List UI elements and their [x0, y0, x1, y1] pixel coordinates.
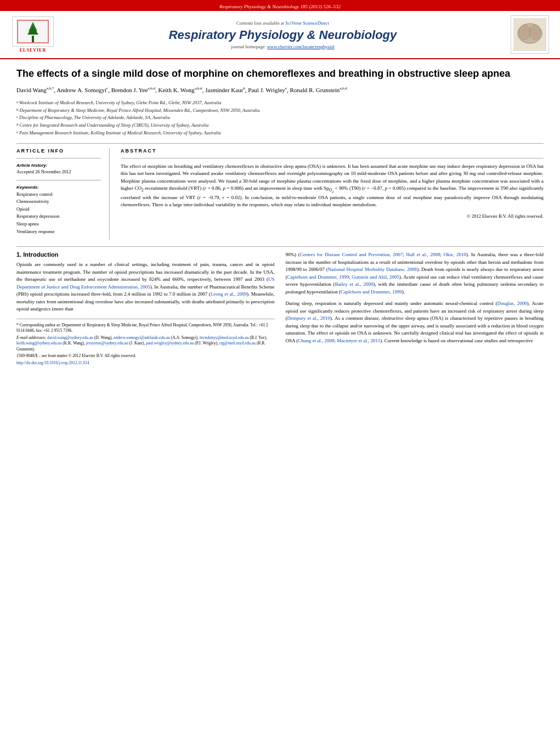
intro-heading: 1. Introduction	[16, 251, 275, 258]
elsevier-label: ELSEVIER	[20, 48, 46, 53]
article-history: Article history: Accepted 26 November 20…	[16, 163, 101, 176]
journal-homepage: journal homepage: www.elsevier.com/locat…	[66, 44, 500, 49]
ref-hall[interactable]: Hall et al., 2008	[406, 252, 440, 257]
header-center: Contents lists available at SciVerse Sci…	[55, 20, 511, 49]
affil-b: b Department of Respiratory & Sleep Medi…	[16, 107, 544, 114]
keyword-4: Respiratory depression	[16, 213, 101, 220]
ref-bailey[interactable]: Bailey et al., 2000	[335, 281, 373, 287]
abstract-text: The effect of morphine on breathing and …	[121, 163, 544, 209]
affiliations: a Woolcock Institute of Medical Research…	[16, 99, 544, 137]
intro-text-col2: 90%) (Centres for Disease Control and Pr…	[286, 251, 544, 296]
keyword-2: Chemosensitivity	[16, 198, 101, 206]
main-content: The effects of a single mild dose of mor…	[0, 59, 560, 378]
email-yee[interactable]: brendonyy@med.usyd.edu.au	[200, 335, 249, 340]
from-word: from	[534, 259, 544, 265]
svg-point-8	[530, 25, 541, 40]
article-title: The effects of a single mild dose of mor…	[16, 67, 544, 80]
abstract-column: ABSTRACT The effect of morphine on breat…	[121, 148, 544, 240]
doi-link[interactable]: http://dx.doi.org/10.1016/j.resp.2012.11…	[16, 360, 89, 365]
keywords-divider	[16, 180, 101, 180]
homepage-label: journal homepage:	[231, 44, 267, 49]
keyword-1: Respiratory control	[16, 191, 101, 199]
intro-body: 1. Introduction Opioids are commonly use…	[16, 251, 544, 367]
ref-dempsey[interactable]: Dempsey et al., 2010	[287, 315, 331, 321]
keywords-label: Keywords:	[16, 185, 101, 190]
email-wong[interactable]: keith.wang@sydney.edu.au	[16, 341, 61, 346]
brain-logo	[511, 15, 549, 54]
affil-e: e Pain Management Research Institute, Ko…	[16, 129, 544, 137]
ref-cdc[interactable]: Centres for Disease Control and Preventi…	[300, 252, 403, 257]
svg-point-7	[519, 25, 530, 40]
ref-usdoj[interactable]: US Department of Justice and Drug Enforc…	[16, 276, 275, 290]
journal-top-bar: Respiratory Physiology & Neurobiology 18…	[0, 2, 560, 11]
body-col-right: 90%) (Centres for Disease Control and Pr…	[286, 251, 544, 367]
ref-leong[interactable]: Leong et al., 2009	[211, 291, 247, 297]
ref-douglas[interactable]: Douglas, 2000	[497, 301, 527, 306]
abstract-divider	[121, 158, 544, 159]
footnote-issn: 1569-9048/$ – see front matter © 2012 El…	[16, 353, 275, 359]
authors-line: David Wanga,b,*, Andrew A. Somogyic, Bre…	[16, 86, 544, 95]
affil-d: d Centre for Integrated Research and Und…	[16, 122, 544, 129]
article-info-abstract-section: ARTICLE INFO Article history: Accepted 2…	[16, 148, 544, 240]
elsevier-logo: ELSEVIER	[11, 16, 55, 53]
copyright-line: © 2012 Elsevier B.V. All rights reserved…	[121, 213, 544, 219]
keywords-list: Respiratory control Chemosensitivity Opi…	[16, 191, 101, 236]
keyword-3: Opioid	[16, 206, 101, 213]
ref-caplehorn-drummer2[interactable]: Caplehorn and Drummer, 1999	[341, 289, 402, 295]
email-somogyi[interactable]: andrew.somogyi@adelaide.edu.au	[114, 335, 170, 340]
article-info-divider	[16, 158, 101, 159]
intro-text-col1: Opioids are commonly used in a number of…	[16, 261, 275, 313]
footnote-emails: E-mail addresses: david.wang@sydney.edu.…	[16, 335, 275, 353]
elsevier-logo-image	[12, 16, 54, 47]
affil-a: a Woolcock Institute of Medical Research…	[16, 99, 544, 106]
accepted-date: Accepted 26 November 2012	[16, 169, 101, 176]
article-history-label: Article history:	[16, 163, 101, 168]
keyword-5: Sleep apnea	[16, 220, 101, 228]
keywords-section: Keywords: Respiratory control Chemosensi…	[16, 185, 101, 236]
ref-chung[interactable]: Chung et al., 2008	[298, 338, 334, 343]
footnote-corresponding: * Corresponding author at: Department of…	[16, 323, 275, 334]
intro-text-col2-p2: During sleep, respiration is naturally d…	[286, 300, 544, 344]
journal-title-header: Respiratory Physiology & Neurobiology	[66, 28, 500, 42]
sciverse-line: Contents lists available at SciVerse Sci…	[66, 20, 500, 26]
ref-okie[interactable]: Okie, 2010	[444, 252, 466, 257]
email-wang[interactable]: david.wang@sydney.edu.au	[47, 335, 93, 340]
footnote-doi: http://dx.doi.org/10.1016/j.resp.2012.11…	[16, 360, 275, 366]
body-col-left: 1. Introduction Opioids are commonly use…	[16, 251, 275, 367]
ref-gutstein[interactable]: Gutstein and Akil, 2005	[352, 274, 399, 280]
section-divider-1	[16, 143, 544, 144]
body-divider	[16, 246, 544, 247]
svg-rect-1	[32, 36, 34, 42]
ref-nhmd[interactable]: National Hospital Morbidity Database, 20…	[328, 267, 417, 272]
email-wrigley[interactable]: paul.wrigley@sydney.edu.au	[146, 341, 194, 346]
keyword-6: Ventilatory response	[16, 228, 101, 236]
homepage-link[interactable]: www.elsevier.com/locate/resphysiol	[267, 44, 335, 49]
email-grunstein[interactable]: rrg@med.usyd.edu.au	[219, 341, 256, 346]
header-section: ELSEVIER Contents lists available at Sci…	[0, 11, 560, 59]
page-container: Respiratory Physiology & Neurobiology 18…	[0, 0, 560, 378]
affil-c: c Discipline of Pharmacology, The Univer…	[16, 114, 544, 121]
sciverse-link[interactable]: SciVerse ScienceDirect	[285, 20, 329, 26]
ref-caplehorn-drummer[interactable]: Caplehorn and Drummer, 1999	[287, 274, 349, 280]
ref-macintyre[interactable]: Macintyre et al., 2011	[337, 338, 380, 343]
email-kaur[interactable]: jessysrun@sydney.edu.au	[86, 341, 128, 346]
footnote-section: * Corresponding author at: Department of…	[16, 319, 275, 366]
article-info-column: ARTICLE INFO Article history: Accepted 2…	[16, 148, 110, 240]
journal-citation: Respiratory Physiology & Neurobiology 18…	[219, 4, 341, 9]
sciverse-text: Contents lists available at	[236, 20, 285, 26]
abstract-label: ABSTRACT	[121, 148, 544, 154]
article-info-label: ARTICLE INFO	[16, 148, 101, 154]
